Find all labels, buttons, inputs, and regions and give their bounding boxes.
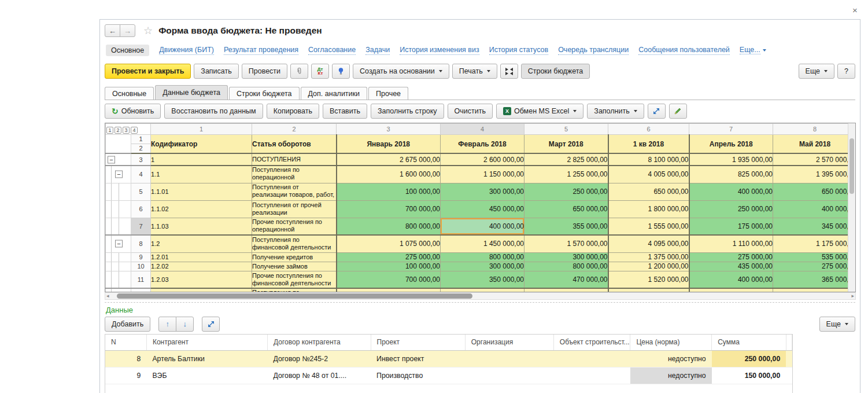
grid-cell-value[interactable]: 650 000,00 xyxy=(773,183,856,200)
grid-cell-code[interactable]: 1 xyxy=(151,153,252,166)
grid-cell-value[interactable]: 400 000,00 xyxy=(441,218,525,235)
grid-level-button[interactable]: 2 xyxy=(114,127,121,134)
grid-column-header[interactable]: Март 2018 xyxy=(525,135,608,154)
grid-cell-value[interactable]: 535 000,00 xyxy=(773,252,856,262)
grid-cell-value[interactable]: 470 000,00 xyxy=(525,271,608,288)
grid-cell-value[interactable]: 1 375 000,00 xyxy=(608,252,689,262)
grid-cell-value[interactable]: 1 555 000,00 xyxy=(608,218,689,235)
grid-column-header[interactable]: Статья оборотов xyxy=(252,135,337,154)
grid-cell-value[interactable]: 400 000,00 xyxy=(689,271,773,288)
grid-column-number[interactable]: 8 xyxy=(773,124,856,135)
create-based-on-button[interactable]: Создать на основании xyxy=(353,64,449,79)
grid-cell-code[interactable]: 1.2.01 xyxy=(151,252,252,262)
grid-cell-value[interactable]: 435 000,00 xyxy=(689,262,773,271)
grid-cell-value[interactable]: 175 000,00 xyxy=(689,218,773,235)
data-cell-contractor[interactable]: Артель Балтики xyxy=(146,350,267,367)
grid-cell-value[interactable]: 1 520 000,00 xyxy=(608,271,689,288)
grid-cell-code[interactable]: 1.1.03 xyxy=(151,218,252,235)
grid-cell-value[interactable]: 250 000,00 xyxy=(689,200,773,218)
grid-row-number[interactable]: 5 xyxy=(131,183,151,200)
grid-row-number[interactable]: 11 xyxy=(131,271,151,288)
post-button[interactable]: Провести xyxy=(242,64,287,79)
horizontal-scrollbar-thumb[interactable] xyxy=(117,293,472,299)
grid-cell-article[interactable]: Поступления по финансовой деятельности xyxy=(252,235,337,252)
grid-cell-value[interactable] xyxy=(337,288,441,292)
data-cell-price[interactable]: недоступно xyxy=(630,367,712,384)
data-column-header[interactable]: Объект строительст... xyxy=(553,335,630,350)
nav-more-link[interactable]: Еще... xyxy=(740,46,766,55)
collapse-button[interactable] xyxy=(500,64,518,79)
favorite-star-icon[interactable]: ☆ xyxy=(143,24,153,37)
data-cell-sum[interactable]: 250 000,00 xyxy=(712,350,786,367)
tab-1[interactable]: Основные xyxy=(105,87,154,100)
grid-column-header[interactable]: Февраль 2018 xyxy=(441,135,525,154)
nav-link[interactable]: Движения (БИТ) xyxy=(159,46,214,55)
grid-cell-value[interactable]: 1 600 000,00 xyxy=(337,166,441,183)
tab-2[interactable]: Данные бюджета xyxy=(155,85,228,100)
grid-cell-value[interactable]: 1 935 000,00 xyxy=(689,153,773,166)
paste-button[interactable]: Вставить xyxy=(323,104,367,119)
help-button[interactable]: ? xyxy=(837,64,855,79)
grid-cell-value[interactable]: 300 000,00 xyxy=(441,262,525,271)
grid-row-number[interactable]: 7 xyxy=(131,218,151,235)
move-down-button[interactable]: ↓ xyxy=(176,317,194,332)
grid-cell-article[interactable]: ПОСТУПЛЕНИЯ xyxy=(252,153,337,166)
nav-link[interactable]: Очередь трансляции xyxy=(558,46,629,55)
grid-cell-value[interactable]: 250 000,00 xyxy=(525,183,608,200)
move-up-button[interactable]: ↑ xyxy=(158,317,176,332)
refresh-button[interactable]: ↻Обновить xyxy=(105,104,161,119)
data-cell-construction_object[interactable] xyxy=(553,367,630,384)
grid-cell-value[interactable]: 4 095 000,00 xyxy=(608,235,689,252)
data-cell-sum[interactable]: 150 000,00 xyxy=(712,367,786,384)
grid-cell-value[interactable]: 345 000,00 xyxy=(773,218,856,235)
grid-column-number[interactable]: 4 xyxy=(441,124,525,135)
more-button[interactable]: Еще xyxy=(799,64,834,79)
nav-link[interactable]: Результат проведения xyxy=(224,46,298,55)
grid-column-header[interactable]: Май 2018 xyxy=(773,135,856,154)
grid-row-number[interactable]: 10 xyxy=(131,262,151,271)
grid-cell-value[interactable]: 700 000,00 xyxy=(337,200,441,218)
grid-cell-value[interactable]: 1 075 000,00 xyxy=(337,235,441,252)
grid-cell-value[interactable]: 800 000,00 xyxy=(525,262,608,271)
grid-cell-value[interactable]: 4 005 000,00 xyxy=(608,166,689,183)
collapse-group-button[interactable]: − xyxy=(115,171,123,178)
grid-cell-code[interactable]: 1.1 xyxy=(151,166,252,183)
data-column-header[interactable]: Контрагент xyxy=(146,335,267,350)
swap-rows-columns-button[interactable] xyxy=(648,104,666,119)
horizontal-scrollbar[interactable]: ◂ ▸ xyxy=(105,292,856,300)
grid-cell-value[interactable]: 1 110 000,00 xyxy=(689,235,773,252)
scroll-left-icon[interactable]: ◂ xyxy=(106,293,109,299)
grid-cell-value[interactable]: 100 000,00 xyxy=(337,262,441,271)
data-cell-project[interactable]: Инвест проект xyxy=(371,350,465,367)
add-row-button[interactable]: Добавить xyxy=(105,317,150,332)
nav-link[interactable]: Сообщения пользователей xyxy=(638,46,730,55)
grid-cell-value[interactable]: 1 800 000,00 xyxy=(608,200,689,218)
vertical-scrollbar[interactable] xyxy=(848,123,855,292)
nav-item-active[interactable]: Основное xyxy=(106,45,149,56)
grid-column-number[interactable]: 6 xyxy=(608,124,689,135)
data-column-header[interactable]: Договор контрагента xyxy=(268,335,371,350)
grid-cell-code[interactable]: 1.2.02 xyxy=(151,262,252,271)
grid-column-header[interactable]: Кодификатор xyxy=(151,135,252,154)
excel-exchange-button[interactable]: XОбмен MS Excel xyxy=(496,104,583,119)
nav-link[interactable]: История изменения виз xyxy=(400,46,479,55)
attachments-button[interactable] xyxy=(290,64,308,79)
budget-lines-button[interactable]: Строки бюджета xyxy=(521,64,590,79)
nav-link[interactable]: История статусов xyxy=(489,46,548,55)
data-cell-organization[interactable] xyxy=(465,367,553,384)
grid-cell-value[interactable]: 800 000,00 xyxy=(441,252,525,262)
grid-column-number[interactable]: 3 xyxy=(337,124,441,135)
data-cell-contract[interactable]: Договор № 48 от 01.... xyxy=(268,367,371,384)
dt-kt-postings-button[interactable]: ДтКт xyxy=(311,64,329,79)
data-cell-price[interactable]: недоступно xyxy=(630,350,712,367)
grid-cell-code[interactable]: 1.2.03 xyxy=(151,271,252,288)
grid-cell-value[interactable] xyxy=(689,288,773,292)
back-button[interactable]: ← xyxy=(105,24,120,37)
grid-cell-value[interactable]: 1 450 000,00 xyxy=(441,235,525,252)
clear-button[interactable]: Очистить xyxy=(448,104,493,119)
copy-button[interactable]: Копировать xyxy=(267,104,319,119)
grid-cell-article[interactable]: Поступления от прочей реализации xyxy=(252,200,337,218)
grid-column-number[interactable]: 7 xyxy=(689,124,773,135)
data-cell-contractor[interactable]: ВЭБ xyxy=(146,367,267,384)
grid-level-button[interactable]: 4 xyxy=(131,127,138,134)
